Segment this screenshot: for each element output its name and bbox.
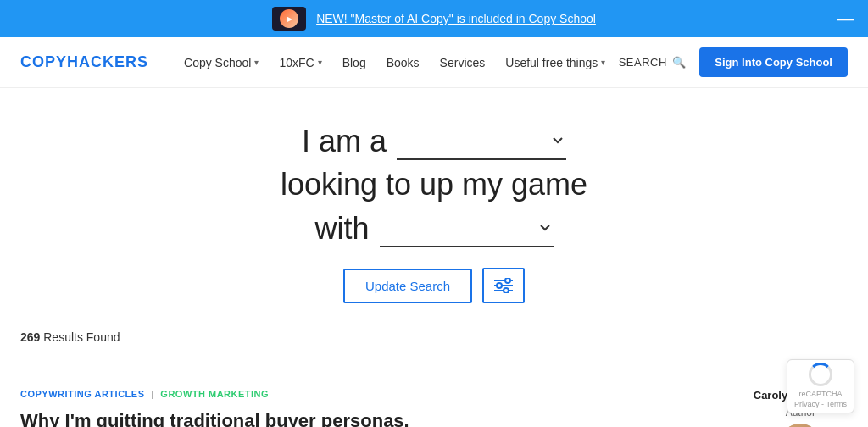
filter-button[interactable] xyxy=(482,268,525,303)
copy-school-chevron-icon: ▾ xyxy=(254,58,259,67)
tag-growth[interactable]: GROWTH MARKETING xyxy=(160,389,269,399)
update-search-button[interactable]: Update Search xyxy=(343,269,472,303)
search-middle-text: looking to up my game xyxy=(281,167,587,202)
search-line-1: I am a freelancer marketer founder xyxy=(20,122,848,160)
results-number: 269 xyxy=(20,330,40,344)
search-icon: 🔍 xyxy=(672,56,687,69)
top-banner: NEW! "Master of AI Copy" is included in … xyxy=(0,0,868,37)
avatar xyxy=(780,424,821,427)
nav-item-services[interactable]: Services xyxy=(431,49,494,76)
tag-copywriting[interactable]: COPYWRITING ARTICLES xyxy=(20,389,144,399)
search-form: I am a freelancer marketer founder looki… xyxy=(20,122,848,303)
search-button[interactable]: SEARCH 🔍 xyxy=(619,56,687,69)
tag-divider: | xyxy=(151,389,153,399)
results-label: Results Found xyxy=(43,330,120,344)
sign-in-button[interactable]: Sign Into Copy School xyxy=(699,47,848,77)
main-content: I am a freelancer marketer founder looki… xyxy=(0,88,868,427)
search-line-2: looking to up my game xyxy=(20,167,848,202)
banner-close-button[interactable]: — xyxy=(837,10,854,27)
search-actions: Update Search xyxy=(20,268,848,303)
svg-point-1 xyxy=(505,278,510,283)
results-count: 269 Results Found xyxy=(20,330,848,344)
svg-point-3 xyxy=(497,283,502,288)
nav-item-books[interactable]: Books xyxy=(378,49,428,76)
svg-point-5 xyxy=(504,288,509,293)
sliders-icon xyxy=(494,278,513,293)
banner-thumbnail-icon xyxy=(280,9,298,28)
nav-item-blog[interactable]: Blog xyxy=(334,49,375,76)
logo[interactable]: COPYHACKERS xyxy=(20,53,148,71)
nav-item-copy-school[interactable]: Copy School ▾ xyxy=(175,49,267,76)
useful-things-chevron-icon: ▾ xyxy=(601,58,605,67)
search-prefix-3: with xyxy=(314,211,369,247)
article-card: COPYWRITING ARTICLES | GROWTH MARKETING … xyxy=(20,375,848,427)
gdpr-widget: reCAPTCHAPrivacy - Terms xyxy=(787,359,854,413)
nav-right: SEARCH 🔍 Sign Into Copy School xyxy=(619,47,848,77)
banner-thumbnail xyxy=(272,7,306,30)
search-prefix-1: I am a xyxy=(302,124,387,159)
article-title[interactable]: Why I'm quitting traditional buyer perso… xyxy=(20,409,597,427)
banner-text[interactable]: NEW! "Master of AI Copy" is included in … xyxy=(316,12,596,25)
role-dropdown[interactable]: freelancer marketer founder xyxy=(397,122,566,160)
navbar: COPYHACKERS Copy School ▾ 10xFC ▾ Blog B… xyxy=(0,37,868,88)
nav-item-10xfc[interactable]: 10xFC ▾ xyxy=(270,49,330,76)
nav-links: Copy School ▾ 10xFC ▾ Blog Books Service… xyxy=(175,49,619,76)
gdpr-spinner xyxy=(809,363,832,386)
article-tags: COPYWRITING ARTICLES | GROWTH MARKETING xyxy=(20,389,597,399)
divider xyxy=(20,358,848,358)
search-line-3: with copywriting emails ads xyxy=(20,209,848,247)
banner-content[interactable]: NEW! "Master of AI Copy" is included in … xyxy=(272,7,596,30)
topic-dropdown[interactable]: copywriting emails ads xyxy=(380,209,554,247)
avatar-image xyxy=(780,424,821,427)
article-left: COPYWRITING ARTICLES | GROWTH MARKETING … xyxy=(20,389,597,427)
gdpr-text: reCAPTCHAPrivacy - Terms xyxy=(794,390,847,409)
10xfc-chevron-icon: ▾ xyxy=(318,58,322,67)
nav-item-useful-free-things[interactable]: Useful free things ▾ xyxy=(497,49,614,76)
